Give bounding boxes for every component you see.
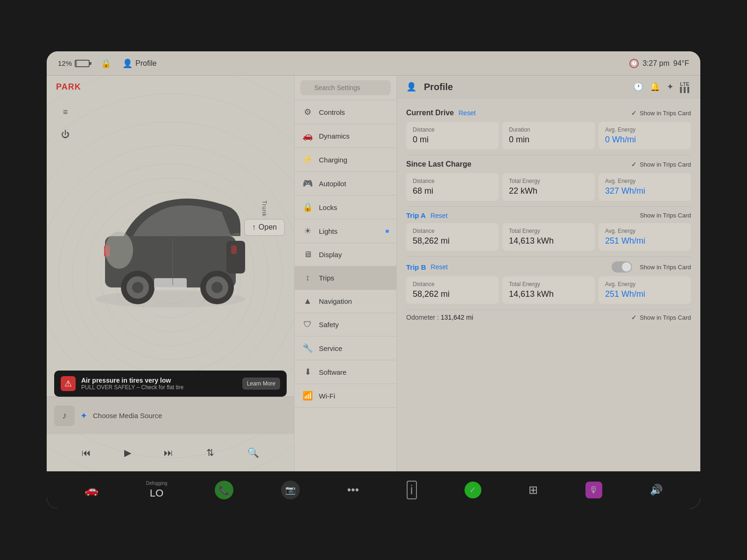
taskbar-car[interactable]: 🚗 bbox=[85, 483, 99, 497]
current-duration-box: Duration 0 min bbox=[502, 122, 595, 149]
checkmark-icon-2: ✓ bbox=[631, 161, 637, 168]
battery-percent: 12% bbox=[58, 59, 72, 67]
trip-b-avg-energy-value: 251 Wh/mi bbox=[605, 289, 684, 299]
divider-1 bbox=[406, 155, 691, 155]
taskbar-more[interactable]: ••• bbox=[347, 483, 359, 497]
current-drive-reset-button[interactable]: Reset bbox=[458, 109, 476, 117]
search-wrap: 🔍 bbox=[300, 80, 391, 95]
music-note-icon: ♪ bbox=[54, 406, 75, 426]
svg-point-25 bbox=[105, 231, 133, 269]
media-source-text[interactable]: Choose Media Source bbox=[93, 412, 162, 420]
green-circle-icon: ✓ bbox=[465, 482, 481, 498]
settings-nav-panel: 🔍 ⚙ Controls 🚗 Dynamics ⚡ Charging 🎮 Aut… bbox=[294, 76, 397, 471]
podcasts-icon: 🎙 bbox=[585, 482, 602, 498]
camera-icon-circle: 📷 bbox=[281, 481, 300, 499]
trip-a-distance-box: Distance 58,262 mi bbox=[406, 223, 499, 251]
profile-section-top[interactable]: 👤 Profile bbox=[122, 58, 156, 69]
media-controls: ⏮ ▶ ⏭ ⇅ 🔍 bbox=[47, 439, 294, 467]
play-button[interactable]: ▶ bbox=[124, 447, 131, 458]
nav-item-autopilot[interactable]: 🎮 Autopilot bbox=[295, 172, 396, 196]
tire-alert-banner: ⚠ Air pressure in tires very low PULL OV… bbox=[54, 371, 287, 397]
header-icon-group: 🕐 🔔 ✦ LTE▌▌▌ bbox=[633, 81, 691, 92]
display-icon: 🖥 bbox=[302, 250, 313, 259]
trip-a-title: Trip A bbox=[406, 211, 426, 219]
time-display: 3:27 pm bbox=[642, 59, 669, 68]
nav-item-display[interactable]: 🖥 Display bbox=[295, 243, 396, 266]
charge-distance-value: 68 mi bbox=[413, 186, 492, 196]
nav-item-locks[interactable]: 🔒 Locks bbox=[295, 196, 396, 219]
trip-a-avg-energy-value: 251 Wh/mi bbox=[605, 236, 684, 246]
trip-a-reset-button[interactable]: Reset bbox=[430, 212, 448, 219]
trunk-label: Trunk bbox=[261, 201, 268, 217]
open-icon: ↑ bbox=[252, 223, 256, 231]
since-charge-show-trips[interactable]: ✓ Show in Trips Card bbox=[631, 161, 691, 168]
trip-a-avg-energy-label: Avg. Energy bbox=[605, 228, 684, 234]
phone-icon-circle: 📞 bbox=[215, 481, 233, 499]
nav-item-charging[interactable]: ⚡ Charging bbox=[295, 148, 396, 172]
current-drive-show-trips[interactable]: ✓ Show in Trips Card bbox=[631, 109, 691, 117]
nav-item-navigation[interactable]: ▲ Navigation bbox=[295, 290, 396, 313]
svg-point-20 bbox=[211, 282, 223, 293]
charge-energy-box: Total Energy 22 kWh bbox=[502, 173, 595, 201]
taskbar-grid[interactable]: ⊞ bbox=[529, 483, 538, 497]
taskbar-phone[interactable]: 📞 bbox=[215, 481, 233, 499]
service-icon: 🔧 bbox=[302, 343, 313, 353]
alert-text-area: Air pressure in tires very low PULL OVER… bbox=[81, 377, 237, 391]
search-input[interactable] bbox=[300, 80, 391, 95]
open-trunk-button[interactable]: ↑ Open bbox=[244, 219, 285, 236]
current-duration-value: 0 min bbox=[509, 135, 588, 145]
trips-icon[interactable]: ≡ bbox=[57, 104, 74, 120]
current-energy-box: Avg. Energy 0 Wh/mi bbox=[599, 122, 691, 149]
taskbar-defogging[interactable]: Defogging LO bbox=[146, 481, 168, 499]
lte-badge: LTE▌▌▌ bbox=[680, 81, 691, 92]
learn-more-button[interactable]: Learn More bbox=[242, 378, 280, 390]
more-dots-icon: ••• bbox=[347, 483, 359, 497]
charge-distance-label: Distance bbox=[413, 178, 492, 184]
current-drive-stats: Distance 0 mi Duration 0 min Avg. Energy… bbox=[406, 122, 691, 149]
odometer-row: Odometer : 131,642 mi ✓ Show in Trips Ca… bbox=[406, 309, 691, 321]
nav-item-controls[interactable]: ⚙ Controls bbox=[295, 100, 396, 124]
media-section: ♪ ✦ Choose Media Source bbox=[47, 397, 294, 434]
next-track-button[interactable]: ⏭ bbox=[164, 448, 173, 458]
software-icon: ⬇ bbox=[302, 367, 313, 377]
nav-item-software[interactable]: ⬇ Software bbox=[295, 360, 396, 384]
right-panel: 👤 Profile 🕐 🔔 ✦ LTE▌▌▌ Current Drive Res… bbox=[397, 76, 700, 471]
taskbar-green[interactable]: ✓ bbox=[465, 482, 481, 498]
car-image bbox=[75, 113, 266, 378]
search-bar-area: 🔍 bbox=[295, 76, 396, 100]
taskbar: 🚗 Defogging LO 📞 📷 ••• i ✓ ⊞ bbox=[47, 471, 700, 509]
power-icon[interactable]: ⏻ bbox=[57, 126, 74, 143]
taskbar-volume[interactable]: 🔊 bbox=[650, 484, 662, 496]
bell-icon[interactable]: 🔔 bbox=[650, 82, 660, 92]
equalizer-button[interactable]: ⇅ bbox=[206, 447, 214, 458]
taskbar-info[interactable]: i bbox=[407, 481, 417, 499]
nav-item-wifi[interactable]: 📶 Wi-Fi bbox=[295, 384, 396, 408]
nav-item-service[interactable]: 🔧 Service bbox=[295, 336, 396, 360]
temperature-display: 94°F bbox=[673, 59, 689, 68]
trip-b-total-energy-box: Total Energy 14,613 kWh bbox=[502, 276, 595, 304]
nav-item-trips[interactable]: ↕ Trips bbox=[295, 266, 396, 290]
main-content: .wave{fill:none;stroke:#888;stroke-width… bbox=[47, 76, 700, 471]
nav-item-safety[interactable]: 🛡 Safety bbox=[295, 313, 396, 336]
current-energy-value: 0 Wh/mi bbox=[605, 135, 684, 145]
svg-rect-23 bbox=[154, 278, 187, 288]
nav-item-dynamics[interactable]: 🚗 Dynamics bbox=[295, 124, 396, 148]
trip-b-reset-button[interactable]: Reset bbox=[431, 263, 448, 271]
tesla-screen: 12% 🔒 👤 Profile 🕐 3:27 pm 94°F .wave{fil… bbox=[47, 51, 700, 509]
search-media-button[interactable]: 🔍 bbox=[247, 447, 259, 458]
nav-item-lights[interactable]: ☀ Lights bbox=[295, 219, 396, 243]
battery-section: 12% bbox=[58, 59, 90, 67]
current-energy-label: Avg. Energy bbox=[605, 126, 684, 133]
prev-track-button[interactable]: ⏮ bbox=[82, 448, 91, 458]
divider-3 bbox=[406, 256, 691, 257]
taskbar-camera[interactable]: 📷 bbox=[281, 481, 300, 499]
profile-header-label: Profile bbox=[424, 82, 453, 92]
trunk-button-area[interactable]: Trunk ↑ Open bbox=[244, 201, 285, 236]
trip-a-total-energy-box: Total Energy 14,613 kWh bbox=[502, 223, 595, 251]
charge-avg-energy-label: Avg. Energy bbox=[605, 178, 684, 184]
trip-b-show-trips-toggle[interactable] bbox=[612, 261, 632, 273]
taskbar-podcasts[interactable]: 🎙 bbox=[585, 482, 602, 498]
trip-a-show-trips[interactable]: Show in Trips Card bbox=[640, 212, 691, 219]
odometer-show-trips[interactable]: ✓ Show in Trips Card bbox=[631, 314, 691, 321]
alert-subtitle: PULL OVER SAFELY – Check for flat tire bbox=[81, 384, 237, 391]
